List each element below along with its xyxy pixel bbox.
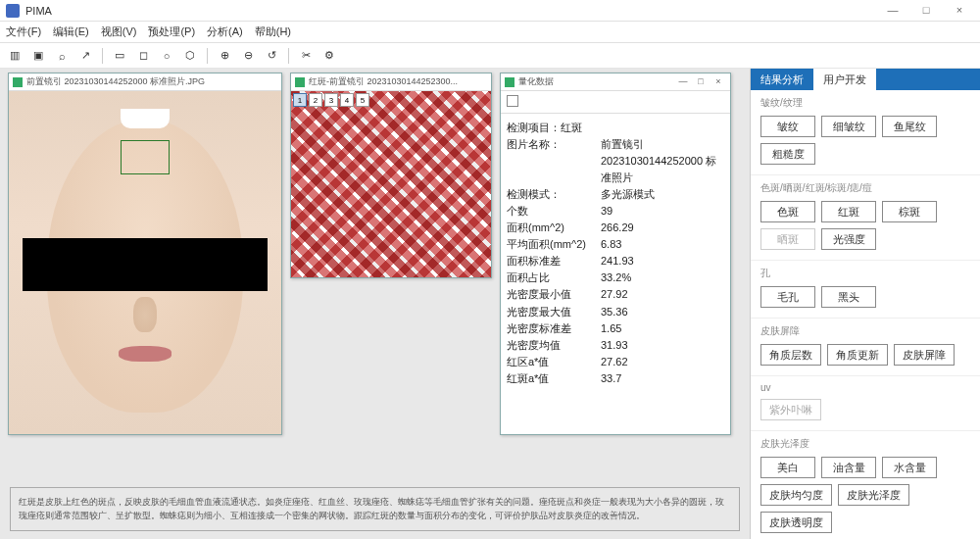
subwindow-face[interactable]: 前置镜引 20231030144252000 标准照片.JPG: [8, 73, 282, 435]
tab-result-analysis[interactable]: 结果分析: [751, 69, 813, 90]
subwindow-face-title: 前置镜引 20231030144252000 标准照片.JPG: [26, 75, 277, 88]
btn-fine-wrinkles[interactable]: 细皱纹: [821, 116, 876, 137]
tool-export-icon[interactable]: ↗: [76, 47, 94, 65]
toolbar-separator: [207, 48, 208, 64]
tab-user-dev[interactable]: 用户开发: [813, 69, 876, 90]
app-title: PIMA: [25, 5, 878, 17]
window-close-button[interactable]: ×: [945, 2, 974, 20]
tool-select-square-icon[interactable]: ◻: [134, 47, 152, 65]
tool-settings-icon[interactable]: ⚙: [320, 47, 338, 65]
value-area: 266.29: [595, 220, 634, 236]
tool-select-rect-icon[interactable]: ▭: [111, 47, 128, 65]
btn-brown-spot[interactable]: 棕斑: [882, 201, 937, 222]
subwindow-min-button[interactable]: —: [675, 76, 691, 88]
menu-preprocess[interactable]: 预处理(P): [148, 24, 195, 39]
tool-zoomin-icon[interactable]: ⊕: [216, 47, 233, 65]
window-max-button[interactable]: □: [911, 2, 941, 20]
btn-blackheads[interactable]: 黑头: [821, 286, 876, 308]
sidepanel-tabs: 结果分析 用户开发: [751, 69, 980, 90]
tool-fit-icon[interactable]: ↺: [263, 47, 280, 65]
group-barrier: 皮肤屏障 角质层数 角质更新 皮肤屏障: [751, 318, 980, 376]
face-image[interactable]: [9, 91, 281, 434]
menu-file[interactable]: 文件(F): [6, 24, 41, 39]
roi-rectangle[interactable]: [121, 140, 170, 174]
btn-red-spot[interactable]: 红斑: [821, 201, 876, 222]
subwindow-metrics-titlebar[interactable]: 量化数据 — □ ×: [501, 74, 730, 91]
btn-sun-spot[interactable]: 晒斑: [760, 228, 815, 250]
btn-gloss[interactable]: 皮肤光泽度: [838, 484, 909, 506]
label-odmax: 光密度最大值: [507, 304, 595, 320]
subwindow-face-titlebar[interactable]: 前置镜引 20231030144252000 标准照片.JPG: [9, 74, 281, 91]
image-tab-2[interactable]: 2: [309, 93, 322, 107]
btn-color-spot[interactable]: 色斑: [760, 201, 815, 222]
value-areastd: 241.93: [595, 253, 634, 270]
subwindow-metrics[interactable]: 量化数据 — □ × 检测项目：红斑 图片名称：前置镜引 20231030144…: [500, 73, 731, 435]
canvas-area: 前置镜引 20231030144252000 标准照片.JPG 红斑-前置镜引 …: [0, 69, 750, 539]
label-odmean: 光密度均值: [507, 337, 595, 354]
btn-uv-porphyrin[interactable]: 紫外卟啉: [760, 399, 821, 420]
group-title-gloss: 皮肤光泽度: [760, 437, 970, 451]
subwindow-max-button[interactable]: □: [693, 76, 709, 88]
image-page-tabs: 1 2 3 4 5: [293, 93, 369, 107]
description-panel: 红斑是皮肤上红色的斑点，反映皮肤的毛细血管血液流通状态。如炎症痤疮、红血丝、玫瑰…: [10, 487, 740, 531]
eye-mask-bar: [23, 238, 268, 291]
data-icon: [505, 77, 514, 87]
subwindow-red-titlebar[interactable]: 红斑-前置镜引 20231030144252300...: [291, 74, 491, 91]
export-icon[interactable]: [507, 95, 518, 107]
btn-whiten[interactable]: 美白: [760, 457, 815, 478]
side-panel: 结果分析 用户开发 皱纹/纹理 皱纹 细皱纹 鱼尾纹 粗糙度 色斑/晒斑/红斑/…: [750, 69, 980, 539]
tool-layers-icon[interactable]: ▥: [6, 47, 24, 65]
label-areapct: 面积占比: [507, 270, 595, 286]
btn-water[interactable]: 水含量: [882, 457, 937, 478]
app-logo-icon: [6, 4, 20, 18]
subwindow-redspots[interactable]: 红斑-前置镜引 20231030144252300... 1 2 3 4 5: [290, 73, 492, 278]
image-tab-4[interactable]: 4: [340, 93, 354, 107]
menu-edit[interactable]: 编辑(E): [53, 24, 89, 39]
tool-save-icon[interactable]: ▣: [29, 47, 47, 65]
value-spota: 33.7: [595, 370, 621, 387]
subwindow-metrics-title: 量化数据: [518, 75, 671, 88]
image-tab-3[interactable]: 3: [324, 93, 338, 107]
btn-oil[interactable]: 油含量: [821, 457, 876, 478]
image-icon: [295, 77, 305, 87]
subwindow-close-button[interactable]: ×: [710, 76, 726, 88]
face-headband: [121, 109, 170, 128]
tool-zoom-icon[interactable]: ⌕: [53, 47, 71, 65]
menu-analyze[interactable]: 分析(A): [207, 24, 243, 39]
menu-bar: 文件(F) 编辑(E) 视图(V) 预处理(P) 分析(A) 帮助(H): [0, 22, 980, 43]
btn-uniform[interactable]: 皮肤均匀度: [760, 484, 832, 506]
value-odmin: 27.92: [595, 286, 628, 303]
value-odmean: 31.93: [595, 337, 628, 354]
group-pores: 孔 毛孔 黑头: [751, 261, 980, 318]
label-areastd: 面积标准差: [507, 253, 595, 270]
group-spots: 色斑/晒斑/红斑/棕斑/痣/痘 色斑 红斑 棕斑 晒斑 光强度: [751, 175, 980, 261]
group-wrinkles: 皱纹/纹理 皱纹 细皱纹 鱼尾纹 粗糙度: [751, 90, 980, 175]
value-avgarea: 6.83: [595, 236, 621, 253]
tool-select-hex-icon[interactable]: ⬡: [181, 47, 199, 65]
btn-transparent[interactable]: 皮肤透明度: [760, 512, 832, 533]
btn-corneum-renew[interactable]: 角质更新: [827, 344, 888, 366]
btn-crows-feet[interactable]: 鱼尾纹: [882, 116, 937, 137]
btn-pores[interactable]: 毛孔: [760, 286, 815, 308]
btn-light-intensity[interactable]: 光强度: [821, 228, 876, 250]
btn-roughness[interactable]: 粗糙度: [760, 143, 815, 165]
btn-corneum-count[interactable]: 角质层数: [760, 344, 821, 366]
value-reda: 27.62: [595, 354, 628, 370]
menu-help[interactable]: 帮助(H): [255, 24, 291, 39]
group-uv: uv 紫外卟啉: [751, 376, 980, 431]
label-area: 面积(mm^2): [507, 220, 595, 236]
image-tab-1[interactable]: 1: [293, 93, 307, 107]
red-analysis-image[interactable]: 1 2 3 4 5: [291, 91, 491, 277]
btn-wrinkles[interactable]: 皱纹: [760, 116, 815, 137]
label-count: 个数: [507, 203, 595, 220]
btn-skin-barrier[interactable]: 皮肤屏障: [894, 344, 955, 366]
value-count: 39: [595, 203, 612, 220]
menu-view[interactable]: 视图(V): [101, 24, 137, 39]
tool-select-circle-icon[interactable]: ○: [158, 47, 175, 65]
image-tab-5[interactable]: 5: [356, 93, 369, 107]
window-min-button[interactable]: —: [878, 2, 907, 20]
value-areapct: 33.2%: [595, 270, 631, 286]
tool-zoomout-icon[interactable]: ⊖: [239, 47, 257, 65]
tool-measure-icon[interactable]: ✂: [297, 47, 315, 65]
group-title-wrinkles: 皱纹/纹理: [760, 96, 970, 110]
